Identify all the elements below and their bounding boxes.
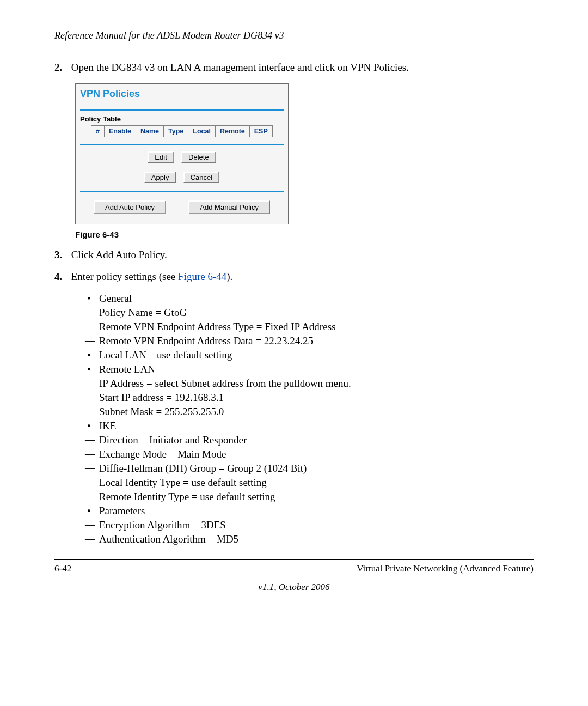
list-item: Encryption Algorithm = 3DES xyxy=(87,519,534,531)
list-item: Local LAN – use default setting xyxy=(87,349,534,361)
col-type: Type xyxy=(164,126,188,137)
step-2: 2. Open the DG834 v3 on LAN A management… xyxy=(54,62,534,74)
step-2-text: Open the DG834 v3 on LAN A management in… xyxy=(71,62,409,73)
page-footer: 6-42 Virtual Private Networking (Advance… xyxy=(54,559,534,574)
settings-list: General Policy Name = GtoG Remote VPN En… xyxy=(87,293,534,545)
add-auto-policy-button[interactable]: Add Auto Policy xyxy=(94,200,166,214)
figure-6-44-link[interactable]: Figure 6-44 xyxy=(178,271,226,282)
col-hash: # xyxy=(91,126,105,137)
list-item: Start IP address = 192.168.3.1 xyxy=(87,392,534,404)
step-2-number: 2. xyxy=(54,62,69,74)
divider xyxy=(80,109,284,111)
list-item: Exchange Mode = Main Mode xyxy=(87,448,534,460)
policy-table-label: Policy Table xyxy=(80,115,284,123)
list-item: IP Address = select Subnet address from … xyxy=(87,378,534,389)
list-item: Parameters xyxy=(87,505,534,517)
list-item: IKE xyxy=(87,420,534,432)
col-esp: ESP xyxy=(249,126,272,137)
divider xyxy=(80,144,284,145)
panel-title: VPN Policies xyxy=(80,87,284,109)
col-local: Local xyxy=(188,126,216,137)
edit-button[interactable]: Edit xyxy=(148,151,174,163)
col-enable: Enable xyxy=(104,126,136,137)
policy-table: # Enable Name Type Local Remote ESP xyxy=(91,125,273,137)
cancel-button[interactable]: Cancel xyxy=(183,172,219,183)
version-line: v1.1, October 2006 xyxy=(54,582,534,593)
step-4-text-b: ). xyxy=(226,271,232,282)
section-title: Virtual Private Networking (Advanced Fea… xyxy=(357,563,534,574)
step-3-number: 3. xyxy=(54,249,69,261)
list-item: General xyxy=(87,293,534,305)
step-3-text: Click Add Auto Policy. xyxy=(71,249,167,260)
list-item: Remote VPN Endpoint Address Data = 22.23… xyxy=(87,335,534,347)
running-header: Reference Manual for the ADSL Modem Rout… xyxy=(54,30,534,46)
figure-6-43-screenshot: VPN Policies Policy Table # Enable Name … xyxy=(75,83,534,224)
list-item: Remote LAN xyxy=(87,363,534,375)
add-manual-policy-button[interactable]: Add Manual Policy xyxy=(188,200,270,214)
vpn-policies-panel: VPN Policies Policy Table # Enable Name … xyxy=(75,83,289,224)
col-name: Name xyxy=(136,126,163,137)
col-remote: Remote xyxy=(215,126,249,137)
figure-caption: Figure 6-43 xyxy=(75,230,534,239)
list-item: Policy Name = GtoG xyxy=(87,307,534,319)
list-item: Local Identity Type = use default settin… xyxy=(87,477,534,489)
list-item: Authentication Algorithm = MD5 xyxy=(87,533,534,545)
list-item: Diffie-Hellman (DH) Group = Group 2 (102… xyxy=(87,462,534,474)
list-item: Subnet Mask = 255.255.255.0 xyxy=(87,406,534,418)
page-number: 6-42 xyxy=(54,563,71,574)
policy-table-header-row: # Enable Name Type Local Remote ESP xyxy=(91,126,273,137)
apply-button[interactable]: Apply xyxy=(144,172,176,183)
divider xyxy=(80,191,284,192)
step-4-number: 4. xyxy=(54,271,69,283)
delete-button[interactable]: Delete xyxy=(181,151,216,163)
step-4: 4. Enter policy settings (see Figure 6-4… xyxy=(54,271,534,283)
list-item: Remote VPN Endpoint Address Type = Fixed… xyxy=(87,321,534,333)
step-4-text-a: Enter policy settings (see xyxy=(71,271,178,282)
list-item: Remote Identity Type = use default setti… xyxy=(87,491,534,503)
list-item: Direction = Initiator and Responder xyxy=(87,434,534,446)
step-3: 3. Click Add Auto Policy. xyxy=(54,249,534,261)
